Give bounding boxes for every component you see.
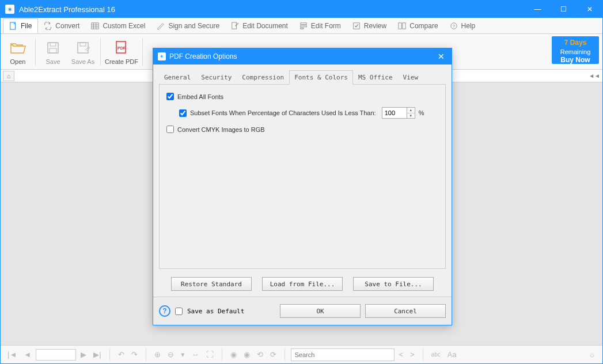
tab-security[interactable]: Security bbox=[196, 70, 237, 84]
tab-compression[interactable]: Compression bbox=[237, 70, 289, 84]
tab-view[interactable]: View bbox=[398, 70, 424, 84]
menu-help[interactable]: ? Help bbox=[444, 18, 481, 33]
menu-label: Sign and Secure bbox=[168, 22, 219, 30]
rotate-right-icon[interactable]: ⟳ bbox=[268, 349, 279, 360]
menu-label: Edit Document bbox=[242, 22, 288, 30]
cancel-button[interactable]: Cancel bbox=[365, 304, 446, 318]
search-prev-icon[interactable]: < bbox=[397, 349, 406, 360]
zoom-dropdown-icon[interactable]: ▾ bbox=[179, 349, 187, 360]
subset-fonts-checkbox[interactable] bbox=[179, 109, 187, 117]
eye-left-icon[interactable]: ◉ bbox=[228, 349, 239, 360]
create-pdf-tool[interactable]: PDF Create PDF bbox=[103, 39, 140, 65]
svg-text:✶: ✶ bbox=[160, 54, 164, 59]
first-page-icon[interactable]: |◄ bbox=[5, 349, 19, 360]
svg-rect-6 bbox=[232, 22, 237, 28]
menu-convert[interactable]: Convert bbox=[38, 18, 85, 33]
tab-general[interactable]: General bbox=[159, 70, 196, 84]
svg-rect-9 bbox=[301, 28, 304, 29]
abc-icon[interactable]: abc bbox=[429, 350, 443, 359]
embed-all-fonts-checkbox[interactable] bbox=[166, 93, 174, 100]
dialog-close-button[interactable]: ✕ bbox=[435, 52, 447, 61]
restore-standard-button[interactable]: Restore Standard bbox=[171, 277, 252, 291]
brightness-icon[interactable]: ☼ bbox=[586, 349, 598, 360]
eye-right-icon[interactable]: ◉ bbox=[241, 349, 252, 360]
subset-percentage-input[interactable] bbox=[382, 107, 407, 119]
tab-ms-office[interactable]: MS Office bbox=[353, 70, 398, 84]
menu-file[interactable]: File bbox=[3, 18, 38, 33]
fit-width-icon[interactable]: ↔ bbox=[189, 349, 202, 360]
dialog-titlebar: ✶ PDF Creation Options ✕ bbox=[153, 48, 452, 65]
home-icon[interactable]: ⌂ bbox=[3, 71, 14, 81]
svg-rect-1 bbox=[92, 22, 98, 29]
subset-fonts-label: Subset Fonts When Percentage of Characte… bbox=[190, 109, 376, 116]
save-icon bbox=[46, 41, 60, 55]
help-icon: ? bbox=[450, 22, 458, 30]
fit-page-icon[interactable]: ⛶ bbox=[204, 349, 216, 360]
load-from-file-button[interactable]: Load from File... bbox=[262, 277, 343, 291]
zoom-in-icon[interactable]: ⊕ bbox=[152, 349, 163, 360]
convert-cmyk-checkbox[interactable] bbox=[166, 126, 174, 133]
save-as-icon bbox=[76, 41, 90, 55]
folder-open-icon bbox=[10, 41, 26, 54]
next-page-icon[interactable]: ▶ bbox=[78, 349, 89, 360]
aa-icon[interactable]: Aa bbox=[445, 349, 459, 360]
tool-label: Create PDF bbox=[103, 58, 140, 65]
percent-label: % bbox=[419, 109, 424, 116]
svg-rect-16 bbox=[50, 43, 56, 46]
prev-page-icon[interactable]: ◄ bbox=[21, 349, 33, 360]
page-number-box[interactable] bbox=[36, 349, 76, 361]
menu-label: Edit Form bbox=[311, 22, 341, 30]
menu-bar: File Convert Custom Excel Sign and Secur… bbox=[1, 18, 602, 34]
sign-icon bbox=[157, 22, 165, 30]
convert-cmyk-label: Convert CMYK Images to RGB bbox=[177, 126, 265, 133]
undo-icon[interactable]: ↶ bbox=[116, 349, 127, 360]
svg-rect-11 bbox=[399, 22, 401, 29]
search-next-icon[interactable]: > bbox=[408, 349, 417, 360]
tool-label: Save As bbox=[68, 58, 98, 65]
maximize-button[interactable]: ☐ bbox=[551, 1, 577, 18]
convert-icon bbox=[44, 22, 52, 30]
help-icon[interactable]: ? bbox=[159, 305, 170, 317]
save-as-tool[interactable]: Save As bbox=[68, 39, 98, 65]
close-button[interactable]: ✕ bbox=[577, 1, 602, 18]
rotate-left-icon[interactable]: ⟲ bbox=[255, 349, 266, 360]
menu-label: Help bbox=[461, 22, 476, 30]
ok-button[interactable]: OK bbox=[280, 304, 361, 318]
menu-edit-form[interactable]: Edit Form bbox=[294, 18, 347, 33]
svg-text:PDF: PDF bbox=[117, 46, 126, 50]
app-title: Able2Extract Professional 16 bbox=[19, 5, 115, 14]
status-bar: |◄ ◄ ▶ ▶| ↶ ↷ ⊕ ⊖ ▾ ↔ ⛶ ◉ ◉ ⟲ ⟳ < > abc … bbox=[1, 345, 602, 363]
buy-now-button[interactable]: Buy Now bbox=[552, 56, 599, 65]
menu-sign-secure[interactable]: Sign and Secure bbox=[151, 18, 225, 33]
tab-fonts-colors[interactable]: Fonts & Colors bbox=[289, 70, 353, 85]
excel-icon bbox=[91, 22, 99, 30]
save-as-default-checkbox[interactable] bbox=[175, 308, 183, 315]
save-tool[interactable]: Save bbox=[38, 39, 68, 65]
minimize-button[interactable]: — bbox=[525, 1, 551, 18]
search-input[interactable] bbox=[291, 348, 395, 361]
collapse-arrows-icon[interactable]: ◄◄ bbox=[589, 73, 600, 79]
open-tool[interactable]: Open bbox=[3, 39, 33, 65]
trial-days: 7 Days bbox=[552, 39, 599, 48]
menu-custom-excel[interactable]: Custom Excel bbox=[85, 18, 151, 33]
svg-rect-8 bbox=[301, 25, 307, 27]
zoom-out-icon[interactable]: ⊖ bbox=[165, 349, 176, 360]
redo-icon[interactable]: ↷ bbox=[129, 349, 140, 360]
title-bar: ✶ Able2Extract Professional 16 — ☐ ✕ bbox=[1, 1, 602, 18]
save-to-file-button[interactable]: Save to File... bbox=[353, 277, 434, 291]
svg-rect-12 bbox=[403, 22, 405, 29]
dialog-title: PDF Creation Options bbox=[169, 52, 237, 60]
svg-rect-17 bbox=[50, 48, 56, 53]
menu-label: Review bbox=[364, 22, 386, 30]
tool-label: Open bbox=[3, 58, 33, 65]
embed-all-fonts-label: Embed All Fonts bbox=[177, 93, 223, 100]
menu-compare[interactable]: Compare bbox=[392, 18, 443, 33]
last-page-icon[interactable]: ▶| bbox=[91, 349, 103, 360]
percentage-spinner[interactable]: ▲▼ bbox=[407, 107, 415, 119]
trial-banner[interactable]: 7 Days Remaining Buy Now bbox=[552, 36, 599, 64]
tab-pane-fonts-colors: Embed All Fonts Subset Fonts When Percen… bbox=[159, 85, 446, 269]
svg-rect-19 bbox=[80, 43, 86, 46]
menu-review[interactable]: Review bbox=[347, 18, 392, 33]
menu-label: Custom Excel bbox=[103, 22, 145, 30]
menu-edit-document[interactable]: Edit Document bbox=[225, 18, 294, 33]
